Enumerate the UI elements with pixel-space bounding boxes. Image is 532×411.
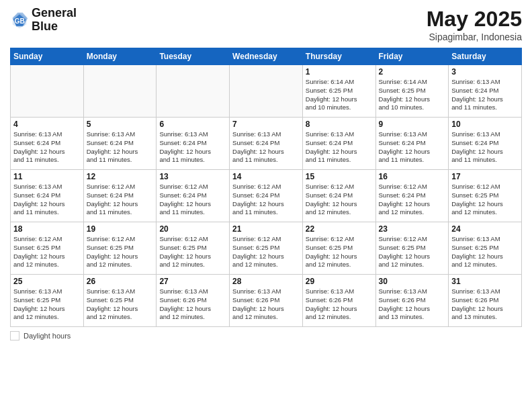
logo-line1: General (32, 7, 77, 20)
cell-w3-d3: 21Sunrise: 6:12 AM Sunset: 6:25 PM Dayli… (230, 222, 303, 275)
cell-w0-d3 (230, 65, 303, 118)
day-info: Sunrise: 6:13 AM Sunset: 6:26 PM Dayligh… (379, 287, 446, 322)
day-number: 21 (232, 224, 300, 234)
logo-icon: GB (10, 11, 29, 30)
day-number: 5 (87, 120, 154, 129)
day-number: 14 (232, 172, 300, 181)
day-info: Sunrise: 6:13 AM Sunset: 6:24 PM Dayligh… (451, 78, 519, 112)
day-info: Sunrise: 6:13 AM Sunset: 6:26 PM Dayligh… (232, 287, 300, 322)
day-info: Sunrise: 6:12 AM Sunset: 6:24 PM Dayligh… (159, 183, 226, 217)
col-tuesday: Tuesday (157, 48, 230, 65)
day-number: 25 (13, 277, 81, 286)
cell-w3-d4: 22Sunrise: 6:12 AM Sunset: 6:25 PM Dayli… (302, 222, 375, 275)
day-number: 16 (379, 172, 446, 181)
cell-w2-d0: 11Sunrise: 6:13 AM Sunset: 6:24 PM Dayli… (11, 170, 84, 222)
day-number: 12 (87, 172, 154, 181)
day-info: Sunrise: 6:13 AM Sunset: 6:24 PM Dayligh… (13, 130, 81, 165)
col-saturday: Saturday (449, 48, 522, 65)
cell-w2-d3: 14Sunrise: 6:12 AM Sunset: 6:24 PM Dayli… (230, 170, 303, 222)
day-info: Sunrise: 6:14 AM Sunset: 6:25 PM Dayligh… (306, 78, 373, 112)
day-number: 11 (13, 172, 81, 181)
day-info: Sunrise: 6:13 AM Sunset: 6:24 PM Dayligh… (232, 130, 300, 165)
cell-w1-d5: 9Sunrise: 6:13 AM Sunset: 6:24 PM Daylig… (375, 118, 449, 170)
col-wednesday: Wednesday (230, 48, 303, 65)
cell-w4-d0: 25Sunrise: 6:13 AM Sunset: 6:25 PM Dayli… (11, 275, 84, 327)
day-number: 1 (306, 67, 373, 77)
day-number: 17 (451, 172, 519, 181)
day-number: 29 (306, 277, 373, 286)
day-number: 19 (87, 224, 154, 234)
day-info: Sunrise: 6:13 AM Sunset: 6:24 PM Dayligh… (306, 130, 373, 165)
day-number: 6 (159, 120, 226, 129)
day-info: Sunrise: 6:13 AM Sunset: 6:24 PM Dayligh… (159, 130, 226, 165)
cell-w4-d2: 27Sunrise: 6:13 AM Sunset: 6:26 PM Dayli… (157, 275, 230, 327)
cell-w3-d6: 24Sunrise: 6:13 AM Sunset: 6:25 PM Dayli… (449, 222, 522, 275)
day-number: 31 (451, 277, 519, 286)
cell-w0-d0 (11, 65, 84, 118)
cell-w0-d1 (83, 65, 157, 118)
cell-w4-d1: 26Sunrise: 6:13 AM Sunset: 6:25 PM Dayli… (83, 275, 157, 327)
cell-w3-d0: 18Sunrise: 6:12 AM Sunset: 6:25 PM Dayli… (11, 222, 84, 275)
day-info: Sunrise: 6:13 AM Sunset: 6:26 PM Dayligh… (451, 287, 519, 322)
location: Sipagimbar, Indonesia (427, 32, 522, 42)
day-info: Sunrise: 6:12 AM Sunset: 6:25 PM Dayligh… (306, 235, 373, 269)
day-info: Sunrise: 6:12 AM Sunset: 6:25 PM Dayligh… (159, 235, 226, 269)
day-number: 4 (13, 120, 81, 129)
cell-w4-d5: 30Sunrise: 6:13 AM Sunset: 6:26 PM Dayli… (375, 275, 449, 327)
cell-w4-d3: 28Sunrise: 6:13 AM Sunset: 6:26 PM Dayli… (230, 275, 303, 327)
day-number: 9 (379, 120, 446, 129)
day-info: Sunrise: 6:12 AM Sunset: 6:25 PM Dayligh… (87, 235, 154, 269)
day-info: Sunrise: 6:12 AM Sunset: 6:25 PM Dayligh… (232, 235, 300, 269)
day-number: 24 (451, 224, 519, 234)
day-info: Sunrise: 6:13 AM Sunset: 6:25 PM Dayligh… (13, 287, 81, 322)
cell-w1-d3: 7Sunrise: 6:13 AM Sunset: 6:24 PM Daylig… (230, 118, 303, 170)
cell-w2-d6: 17Sunrise: 6:12 AM Sunset: 6:25 PM Dayli… (449, 170, 522, 222)
day-number: 2 (379, 67, 446, 77)
cell-w0-d2 (157, 65, 230, 118)
week-row-1: 4Sunrise: 6:13 AM Sunset: 6:24 PM Daylig… (11, 118, 522, 170)
day-number: 7 (232, 120, 300, 129)
cell-w4-d4: 29Sunrise: 6:13 AM Sunset: 6:26 PM Dayli… (302, 275, 375, 327)
cell-w4-d6: 31Sunrise: 6:13 AM Sunset: 6:26 PM Dayli… (449, 275, 522, 327)
cell-w2-d5: 16Sunrise: 6:12 AM Sunset: 6:24 PM Dayli… (375, 170, 449, 222)
day-number: 23 (379, 224, 446, 234)
cell-w2-d1: 12Sunrise: 6:12 AM Sunset: 6:24 PM Dayli… (83, 170, 157, 222)
day-info: Sunrise: 6:13 AM Sunset: 6:25 PM Dayligh… (87, 287, 154, 322)
day-number: 13 (159, 172, 226, 181)
logo-line2: Blue (32, 20, 77, 34)
cell-w0-d6: 3Sunrise: 6:13 AM Sunset: 6:24 PM Daylig… (449, 65, 522, 118)
cell-w1-d4: 8Sunrise: 6:13 AM Sunset: 6:24 PM Daylig… (302, 118, 375, 170)
day-info: Sunrise: 6:14 AM Sunset: 6:25 PM Dayligh… (379, 78, 446, 112)
week-row-4: 25Sunrise: 6:13 AM Sunset: 6:25 PM Dayli… (11, 275, 522, 327)
week-row-3: 18Sunrise: 6:12 AM Sunset: 6:25 PM Dayli… (11, 222, 522, 275)
cell-w3-d1: 19Sunrise: 6:12 AM Sunset: 6:25 PM Dayli… (83, 222, 157, 275)
day-number: 27 (159, 277, 226, 286)
cell-w1-d6: 10Sunrise: 6:13 AM Sunset: 6:24 PM Dayli… (449, 118, 522, 170)
week-row-2: 11Sunrise: 6:13 AM Sunset: 6:24 PM Dayli… (11, 170, 522, 222)
cell-w3-d5: 23Sunrise: 6:12 AM Sunset: 6:25 PM Dayli… (375, 222, 449, 275)
title-block: May 2025 Sipagimbar, Indonesia (427, 7, 522, 42)
header: GB General Blue May 2025 Sipagimbar, Ind… (10, 7, 522, 42)
cell-w0-d5: 2Sunrise: 6:14 AM Sunset: 6:25 PM Daylig… (375, 65, 449, 118)
calendar-table: Sunday Monday Tuesday Wednesday Thursday… (10, 48, 522, 327)
svg-text:GB: GB (15, 17, 25, 24)
day-info: Sunrise: 6:12 AM Sunset: 6:24 PM Dayligh… (306, 183, 373, 217)
cell-w1-d0: 4Sunrise: 6:13 AM Sunset: 6:24 PM Daylig… (11, 118, 84, 170)
day-info: Sunrise: 6:13 AM Sunset: 6:24 PM Dayligh… (379, 130, 446, 165)
logo-text: General Blue (32, 7, 77, 34)
daylight-label: Daylight hours (24, 332, 71, 340)
cell-w1-d2: 6Sunrise: 6:13 AM Sunset: 6:24 PM Daylig… (157, 118, 230, 170)
day-info: Sunrise: 6:13 AM Sunset: 6:25 PM Dayligh… (451, 235, 519, 269)
cell-w2-d2: 13Sunrise: 6:12 AM Sunset: 6:24 PM Dayli… (157, 170, 230, 222)
logo: GB General Blue (10, 7, 77, 34)
day-number: 28 (232, 277, 300, 286)
cell-w1-d1: 5Sunrise: 6:13 AM Sunset: 6:24 PM Daylig… (83, 118, 157, 170)
footer: Daylight hours (10, 331, 522, 340)
day-info: Sunrise: 6:13 AM Sunset: 6:24 PM Dayligh… (13, 183, 81, 217)
day-number: 8 (306, 120, 373, 129)
day-number: 20 (159, 224, 226, 234)
day-number: 10 (451, 120, 519, 129)
day-number: 18 (13, 224, 81, 234)
day-info: Sunrise: 6:12 AM Sunset: 6:24 PM Dayligh… (87, 183, 154, 217)
header-row: Sunday Monday Tuesday Wednesday Thursday… (11, 48, 522, 65)
